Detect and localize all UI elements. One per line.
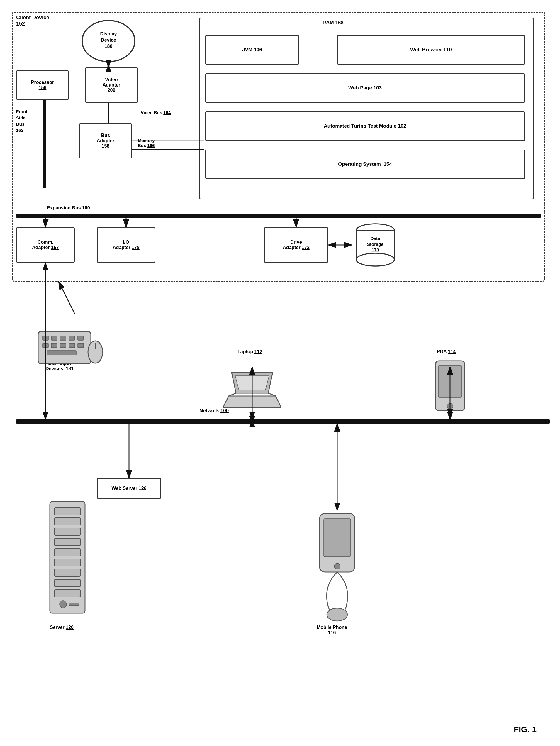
processor-box: Processor156 (16, 70, 69, 100)
svg-rect-8 (51, 336, 57, 340)
svg-rect-15 (69, 343, 75, 348)
svg-rect-34 (54, 559, 81, 566)
expansion-bus-line (16, 214, 541, 218)
svg-rect-32 (54, 538, 81, 546)
svg-rect-26 (438, 365, 462, 398)
display-device: DisplayDevice180 (79, 18, 138, 64)
svg-rect-16 (78, 343, 84, 348)
svg-point-42 (334, 563, 340, 569)
attm-box: Automated Turing Test Module 102 (205, 112, 525, 141)
svg-marker-22 (223, 396, 282, 408)
webserver-label: Web Server 126 (112, 486, 147, 491)
keyboard-mouse-icon (35, 314, 106, 373)
svg-line-56 (59, 282, 75, 314)
svg-rect-41 (324, 519, 351, 557)
svg-rect-10 (69, 336, 75, 340)
svg-rect-9 (60, 336, 66, 340)
webbrowser-box: Web Browser 110 (337, 35, 525, 64)
svg-rect-37 (54, 590, 81, 597)
webserver-box: Web Server 126 (97, 478, 161, 499)
expansionbus-label: Expansion Bus 160 (47, 205, 90, 211)
svg-rect-39 (69, 603, 79, 606)
svg-rect-29 (54, 508, 81, 515)
svg-rect-35 (54, 569, 81, 576)
client-device-label: Client Device152 (16, 15, 49, 27)
svg-point-43 (327, 608, 348, 621)
server-icon (41, 499, 94, 622)
diagram: Client Device152 RAM 168 JVM 106 Web Bro… (0, 0, 560, 746)
fsb-label: FrontSideBus162 (16, 109, 27, 133)
os-box: Operating System 154 (205, 150, 525, 179)
svg-rect-13 (51, 343, 57, 348)
pda-label: PDA 114 (437, 349, 455, 354)
svg-rect-12 (42, 343, 48, 348)
busadapter-box: BusAdapter158 (79, 123, 132, 159)
mobilephone-icon (311, 511, 363, 622)
svg-rect-17 (47, 350, 76, 355)
svg-rect-7 (42, 336, 48, 340)
svg-point-5 (356, 253, 394, 266)
ram-label: RAM 168 (323, 20, 344, 26)
videobus-label: Video Bus 164 (141, 110, 171, 115)
memorybus-label: MemoryBus 166 (138, 138, 155, 148)
videoadapter-box: VideoAdapter209 (85, 67, 138, 103)
server-label: Server 120 (50, 625, 73, 630)
datastorage: DataStorage170 (352, 222, 399, 268)
svg-marker-21 (235, 375, 269, 390)
svg-rect-36 (54, 579, 81, 587)
laptop-label: Laptop 112 (237, 349, 262, 354)
webpage-box: Web Page 103 (205, 73, 525, 103)
svg-rect-11 (78, 336, 84, 340)
mobilephone-label: Mobile Phone116 (317, 625, 347, 635)
driveadapter-box: DriveAdapter 172 (264, 227, 328, 263)
jvm-box: JVM 106 (205, 35, 299, 64)
fig-label: FIG. 1 (514, 725, 536, 734)
laptop-icon (223, 367, 282, 420)
svg-rect-31 (54, 528, 81, 535)
svg-point-27 (447, 403, 453, 409)
svg-point-38 (60, 601, 66, 608)
svg-rect-30 (54, 518, 81, 525)
commadapter-box: Comm.Adapter 167 (16, 227, 75, 263)
svg-rect-14 (60, 343, 66, 348)
pda-icon (431, 358, 469, 417)
network-line (16, 420, 550, 424)
ioadapter-box: I/OAdapter 178 (97, 227, 155, 263)
svg-rect-33 (54, 549, 81, 556)
